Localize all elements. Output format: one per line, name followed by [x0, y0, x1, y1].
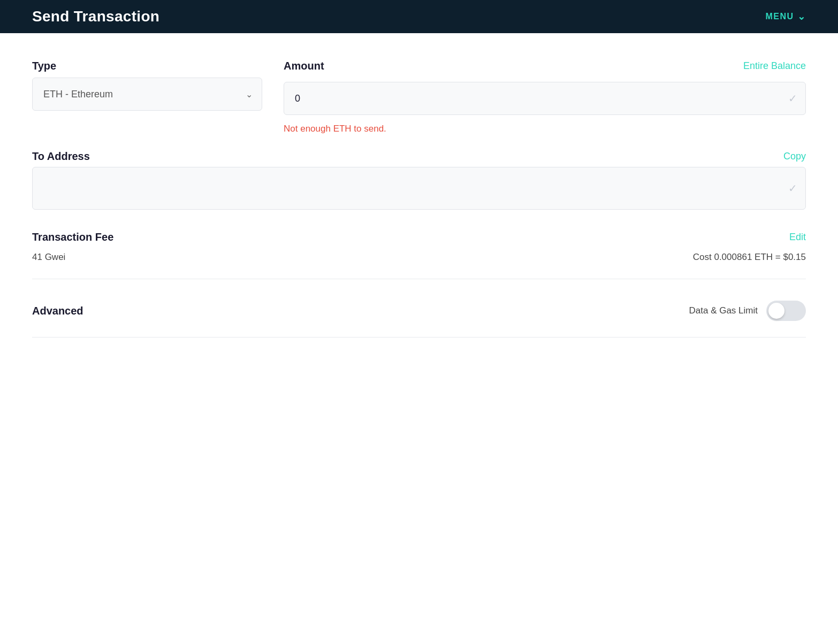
advanced-section: Advanced Data & Gas Limit [32, 279, 806, 338]
advanced-header: Advanced Data & Gas Limit [32, 301, 806, 321]
app-container: Send Transaction MENU ⌄ Type ETH - Ether… [0, 0, 838, 644]
to-address-label: To Address [32, 150, 90, 163]
main-content: Type ETH - Ethereum BTC - Bitcoin ⌄ Amou… [0, 33, 838, 644]
to-address-input-wrapper: ✓ [32, 167, 806, 210]
amount-field-header: Amount Entire Balance [284, 60, 806, 72]
type-label: Type [32, 60, 262, 72]
transaction-fee-label: Transaction Fee [32, 231, 113, 243]
fee-cost: Cost 0.000861 ETH = $0.15 [693, 252, 806, 263]
data-gas-limit-toggle[interactable] [766, 301, 806, 321]
header: Send Transaction MENU ⌄ [0, 0, 838, 33]
amount-input-wrapper: ✓ [284, 82, 806, 115]
type-select[interactable]: ETH - Ethereum BTC - Bitcoin [32, 78, 262, 111]
page-title: Send Transaction [32, 8, 159, 25]
amount-check-icon: ✓ [788, 92, 797, 105]
amount-input[interactable] [284, 82, 806, 115]
entire-balance-button[interactable]: Entire Balance [743, 60, 806, 72]
amount-group: Amount Entire Balance ✓ Not enough ETH t… [284, 60, 806, 134]
advanced-right: Data & Gas Limit [689, 301, 806, 321]
fee-details: 41 Gwei Cost 0.000861 ETH = $0.15 [32, 252, 806, 263]
menu-chevron-icon: ⌄ [797, 12, 806, 21]
amount-label: Amount [284, 60, 324, 72]
to-address-check-icon: ✓ [788, 182, 797, 195]
edit-fee-button[interactable]: Edit [789, 232, 806, 243]
to-address-section: To Address Copy ✓ [32, 150, 806, 210]
amount-error-message: Not enough ETH to send. [284, 124, 806, 134]
transaction-fee-section: Transaction Fee Edit 41 Gwei Cost 0.0008… [32, 210, 806, 279]
type-group: Type ETH - Ethereum BTC - Bitcoin ⌄ [32, 60, 262, 111]
advanced-label: Advanced [32, 305, 83, 317]
data-gas-limit-label: Data & Gas Limit [689, 305, 758, 316]
fee-gwei: 41 Gwei [32, 252, 65, 263]
toggle-thumb [768, 303, 784, 319]
menu-label: MENU [765, 12, 794, 21]
toggle-track [766, 301, 806, 321]
fee-header: Transaction Fee Edit [32, 231, 806, 243]
type-amount-row: Type ETH - Ethereum BTC - Bitcoin ⌄ Amou… [32, 60, 806, 134]
to-address-input[interactable] [32, 167, 806, 210]
type-select-wrapper: ETH - Ethereum BTC - Bitcoin ⌄ [32, 78, 262, 111]
to-address-field-header: To Address Copy [32, 150, 806, 163]
menu-button[interactable]: MENU ⌄ [765, 12, 806, 21]
copy-button[interactable]: Copy [783, 151, 806, 162]
